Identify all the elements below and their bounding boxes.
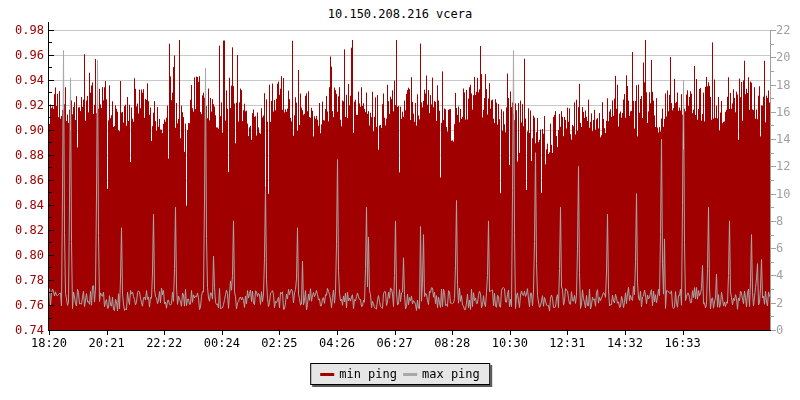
right-axis-tick-label: 8 — [776, 215, 800, 227]
legend-label-min-ping: min ping — [339, 367, 397, 381]
left-axis-tick-label: 0.74 — [0, 324, 44, 336]
left-axis-tick-label: 0.82 — [0, 224, 44, 236]
x-axis-tick-label: 08:28 — [430, 337, 474, 349]
right-axis-tick-label: 4 — [776, 269, 800, 281]
x-axis-tick-label: 20:21 — [85, 337, 129, 349]
left-axis-tick-label: 0.76 — [0, 299, 44, 311]
x-axis-tick-label: 12:31 — [545, 337, 589, 349]
max-ping-swatch — [403, 373, 417, 376]
right-axis-tick-label: 10 — [776, 188, 800, 200]
min-ping-swatch — [320, 373, 334, 376]
left-axis-tick-label: 0.94 — [0, 74, 44, 86]
legend: min ping max ping — [310, 363, 490, 385]
x-axis-tick-label: 00:24 — [200, 337, 244, 349]
legend-label-max-ping: max ping — [422, 367, 480, 381]
right-axis-tick-label: 2 — [776, 297, 800, 309]
ping-graph: 10.150.208.216 vcera 0.980.960.940.920.9… — [0, 0, 800, 400]
left-axis-tick-label: 0.86 — [0, 174, 44, 186]
left-axis-tick-label: 0.92 — [0, 99, 44, 111]
x-axis-tick-label: 14:32 — [603, 337, 647, 349]
x-axis-tick-label: 16:33 — [661, 337, 705, 349]
x-axis-tick-label: 04:26 — [315, 337, 359, 349]
x-axis-tick-label: 18:20 — [27, 337, 71, 349]
left-axis-tick-label: 0.80 — [0, 249, 44, 261]
left-axis-tick-label: 0.84 — [0, 199, 44, 211]
left-axis-tick-label: 0.78 — [0, 274, 44, 286]
left-axis-tick-label: 0.88 — [0, 149, 44, 161]
legend-item-max-ping: max ping — [403, 367, 480, 381]
left-axis-tick-label: 0.96 — [0, 49, 44, 61]
left-axis-tick-label: 0.90 — [0, 124, 44, 136]
x-axis-tick-label: 22:22 — [142, 337, 186, 349]
right-axis-tick-label: 12 — [776, 160, 800, 172]
right-axis-tick-label: 6 — [776, 242, 800, 254]
x-axis-tick-label: 10:30 — [488, 337, 532, 349]
x-axis-tick-label: 06:27 — [373, 337, 417, 349]
right-axis-tick-label: 14 — [776, 133, 800, 145]
right-axis-tick-label: 16 — [776, 106, 800, 118]
legend-item-min-ping: min ping — [320, 367, 397, 381]
right-axis-tick-label: 18 — [776, 79, 800, 91]
right-axis-tick-label: 22 — [776, 24, 800, 36]
right-axis-tick-label: 0 — [776, 324, 800, 336]
right-axis-tick-label: 20 — [776, 51, 800, 63]
left-axis-tick-label: 0.98 — [0, 24, 44, 36]
x-axis-tick-label: 02:25 — [257, 337, 301, 349]
